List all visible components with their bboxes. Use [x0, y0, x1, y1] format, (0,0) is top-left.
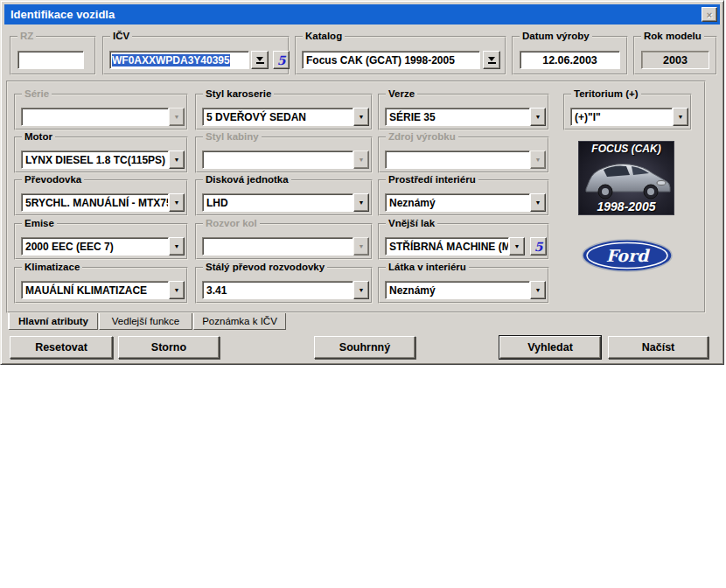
group-motor: Motor LYNX DIESEL 1.8 TC(115PS) ▼: [14, 136, 188, 173]
latka-v-interieru-label: Látka v interiéru: [386, 262, 469, 273]
nacist-button[interactable]: Načíst: [608, 336, 709, 359]
ford-logo-text: Ford: [606, 246, 651, 265]
tab-label: Poznámka k IČV: [202, 316, 277, 326]
dropdown-arrow-icon[interactable]: ▼: [530, 281, 546, 299]
resetovat-button[interactable]: Resetovat: [10, 336, 113, 359]
group-serie: Série ▼: [14, 94, 188, 130]
group-diskova-jednotka: Disková jednotka LHD ▼: [195, 179, 373, 216]
recall-icon: 5: [277, 53, 286, 67]
icv-droplist-button[interactable]: [251, 51, 269, 69]
zdroj-vyrobku-label: Zdroj výrobku: [386, 131, 458, 143]
styl-karoserie-label: Styl karoserie: [203, 88, 274, 100]
dropdown-arrow-icon[interactable]: ▼: [169, 237, 185, 256]
katalog-droplist-button[interactable]: [483, 51, 500, 69]
model-badge-title: FOCUS (CAK): [579, 143, 674, 155]
dropdown-arrow-icon[interactable]: ▼: [169, 193, 185, 212]
dropdown-arrow-icon[interactable]: ▼: [353, 193, 369, 212]
group-katalog: Katalog Focus CAK (GCAT) 1998-2005: [295, 36, 506, 75]
group-rok-modelu: Rok modelu 2003: [633, 36, 717, 75]
dropdown-arrow-icon[interactable]: ▼: [673, 108, 688, 126]
dropdown-arrow-icon[interactable]: ▼: [169, 150, 185, 169]
teritorium-label: Teritorium (+): [571, 88, 641, 100]
klimatizace-label: Klimatizace: [22, 262, 82, 273]
combo-value: [202, 237, 353, 256]
car-image: [581, 156, 674, 201]
dropdown-arrow-icon[interactable]: ▼: [509, 237, 525, 256]
group-styl-kabiny: Styl kabiny ▼: [195, 136, 373, 173]
dropdown-arrow-icon[interactable]: ▼: [530, 108, 546, 126]
group-prostredi-interieru: Prostředí interiéru Neznámý ▼: [378, 179, 549, 216]
group-verze: Verze SÉRIE 35 ▼: [378, 94, 549, 130]
tab-label: Vedlejší funkce: [112, 316, 179, 326]
zdroj-vyrobku-combobox: ▼: [385, 150, 546, 169]
model-badge-years: 1998-2005: [579, 200, 674, 214]
group-rz: RZ: [10, 36, 96, 75]
tab-label: Hlavní atributy: [18, 316, 88, 326]
storno-button[interactable]: Storno: [118, 336, 220, 359]
prevodovka-combobox[interactable]: 5RYCHL. MANUÁLNÍ - MTX75 ▼: [21, 193, 185, 212]
tab-poznamka-k-icv[interactable]: Poznámka k IČV: [193, 313, 286, 330]
souhrnny-button[interactable]: Souhrnný: [314, 336, 415, 359]
prostredi-interieru-combobox[interactable]: Neznámý ▼: [385, 193, 546, 212]
motor-label: Motor: [22, 131, 55, 143]
vnejsi-lak-combobox[interactable]: STŘÍBRNÁ MACHINE (ME ▼: [385, 237, 525, 256]
diskova-jednotka-label: Disková jednotka: [203, 174, 291, 186]
katalog-input[interactable]: Focus CAK (GCAT) 1998-2005: [302, 51, 480, 69]
klimatizace-combobox[interactable]: MAUÁLNÍ KLIMATIZACE ▼: [21, 281, 185, 299]
tab-vedlejsi-funkce[interactable]: Vedlejší funkce: [99, 313, 192, 330]
icv-recall-button[interactable]: 5: [273, 51, 290, 69]
vnejsi-lak-label: Vnější lak: [386, 218, 437, 229]
prostredi-interieru-label: Prostředí interiéru: [386, 174, 478, 186]
combo-value: 5 DVEŘOVÝ SEDAN: [202, 108, 353, 126]
group-vnejsi-lak: Vnější lak STŘÍBRNÁ MACHINE (ME ▼ 5: [378, 223, 549, 260]
combo-value: LHD: [202, 193, 353, 212]
dropdown-arrow-icon: ▼: [353, 237, 369, 256]
combo-value: Neznámý: [385, 281, 530, 299]
group-icv: IČV WF0AXXWPDA3Y40395 5: [102, 36, 290, 75]
dropdown-arrow-icon: ▼: [530, 150, 546, 169]
styl-karoserie-combobox[interactable]: 5 DVEŘOVÝ SEDAN ▼: [202, 108, 369, 126]
latka-v-interieru-combobox[interactable]: Neznámý ▼: [385, 281, 546, 299]
combo-value: [21, 108, 169, 126]
drop-list-icon: [488, 57, 496, 64]
dropdown-arrow-icon[interactable]: ▼: [530, 193, 546, 212]
close-icon[interactable]: ×: [702, 7, 717, 22]
dropdown-arrow-icon[interactable]: ▼: [353, 281, 369, 299]
verze-label: Verze: [386, 88, 417, 100]
vyhledat-button[interactable]: Vyhledat: [499, 336, 601, 359]
rozvor-kol-combobox: ▼: [202, 237, 369, 256]
combo-value: 5RYCHL. MANUÁLNÍ - MTX75: [21, 193, 169, 212]
motor-combobox[interactable]: LYNX DIESEL 1.8 TC(115PS) ▼: [21, 150, 185, 169]
tab-hlavni-atributy[interactable]: Hlavní atributy: [8, 313, 98, 330]
vnejsi-lak-recall-button[interactable]: 5: [530, 237, 547, 256]
combo-value: [202, 150, 353, 169]
staly-prevod-label: Stálý převod rozvodovky: [203, 262, 327, 273]
group-klimatizace: Klimatizace MAUÁLNÍ KLIMATIZACE ▼: [14, 267, 188, 304]
combo-value: (+)"I": [570, 108, 673, 126]
katalog-value: Focus CAK (GCAT) 1998-2005: [306, 54, 455, 66]
ford-logo: Ford: [582, 239, 673, 272]
rok-modelu-value: 2003: [641, 51, 709, 69]
serie-label: Série: [22, 88, 52, 100]
dropdown-arrow-icon[interactable]: ▼: [169, 281, 185, 299]
serie-combobox: ▼: [21, 108, 185, 126]
drop-list-icon: [256, 57, 264, 64]
icv-input[interactable]: WF0AXXWPDA3Y40395: [109, 51, 249, 69]
group-datum-vyroby: Datum výroby 12.06.2003: [512, 36, 628, 75]
rz-input[interactable]: [17, 51, 84, 69]
styl-kabiny-label: Styl kabiny: [203, 131, 262, 143]
titlebar[interactable]: Identifikace vozidla ×: [4, 4, 720, 24]
combo-value: [385, 150, 530, 169]
combo-value: LYNX DIESEL 1.8 TC(115PS): [21, 150, 169, 169]
staly-prevod-combobox[interactable]: 3.41 ▼: [202, 281, 369, 299]
group-zdroj-vyrobku: Zdroj výrobku ▼: [378, 136, 549, 173]
verze-combobox[interactable]: SÉRIE 35 ▼: [385, 108, 546, 126]
desktop-background: Identifikace vozidla × RZ IČV WF0AXXWPDA…: [0, 0, 726, 588]
diskova-jednotka-combobox[interactable]: LHD ▼: [202, 193, 369, 212]
dropdown-arrow-icon[interactable]: ▼: [353, 108, 369, 126]
combo-value: Neznámý: [385, 193, 530, 212]
teritorium-combobox[interactable]: (+)"I" ▼: [570, 108, 688, 126]
emise-combobox[interactable]: 2000 EEC (EEC 7) ▼: [21, 237, 185, 256]
datum-vyroby-value: 12.06.2003: [520, 51, 620, 69]
group-staly-prevod: Stálý převod rozvodovky 3.41 ▼: [195, 267, 373, 304]
